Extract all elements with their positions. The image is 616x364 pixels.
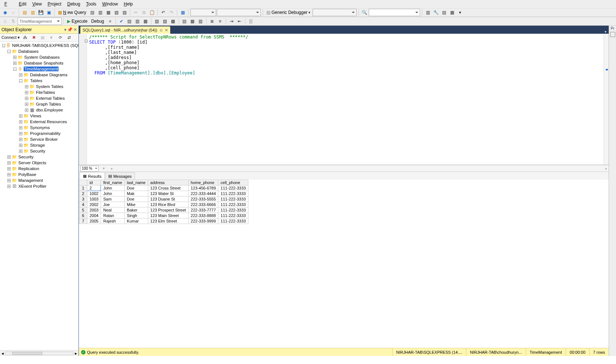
debug-button[interactable]: Debug <box>90 18 105 25</box>
tree-polybase[interactable]: +📁PolyBase <box>1 172 79 177</box>
tree-service-broker[interactable]: +📁Service Broker <box>1 136 79 142</box>
tree-external-tables[interactable]: +📁External Tables <box>1 95 79 101</box>
cell[interactable]: 2002 <box>87 202 101 207</box>
results-grid[interactable]: id first_name last_name address home_pho… <box>79 180 248 224</box>
sync-icon[interactable]: ⇄ <box>65 34 73 41</box>
row-number[interactable]: 4 <box>79 202 87 207</box>
estimated-plan-icon[interactable]: ▤ <box>126 18 133 25</box>
tree-programmability[interactable]: +📁Programmability <box>1 130 79 136</box>
cell[interactable]: John <box>101 185 124 191</box>
cell[interactable]: 123 Water St <box>148 191 188 196</box>
results-grid-pane[interactable]: id first_name last_name address home_pho… <box>79 180 609 348</box>
specify-values-icon[interactable]: ⌹ <box>247 18 255 25</box>
cell[interactable]: Kumar <box>124 218 148 224</box>
tree-replication[interactable]: +📁Replication <box>1 166 79 172</box>
include-live-icon[interactable]: ▩ <box>170 18 177 25</box>
new-query-button[interactable]: ▦ New Query <box>57 9 88 16</box>
comment-icon[interactable]: ≣ <box>208 18 216 25</box>
cell[interactable]: 222-333-9999 <box>188 218 218 224</box>
find-combo[interactable] <box>369 9 420 16</box>
tree-server-objects[interactable]: +📁Server Objects <box>1 160 79 166</box>
row-number[interactable]: 3 <box>79 196 87 202</box>
tree-server-node[interactable]: -🗄NIRJHAR-TAB\SQLEXPRESS (SQL Serve <box>1 43 79 48</box>
disconnect-icon[interactable]: ⁂ <box>21 34 29 41</box>
tab-sqlquery1[interactable]: SQLQuery1.sql - NIR...udhurynirjhar (54)… <box>80 26 170 34</box>
engine-query-icon[interactable]: ▤ <box>88 9 96 16</box>
row-number[interactable]: 1 <box>79 185 87 191</box>
menu-help[interactable]: Help <box>121 1 136 7</box>
results-text-icon[interactable]: ▤ <box>181 18 188 25</box>
cell[interactable]: 123 Elm Street <box>148 218 188 224</box>
col-home-phone[interactable]: home_phone <box>188 180 218 185</box>
tree-system-tables[interactable]: +📁System Tables <box>1 84 79 89</box>
uncomment-icon[interactable]: ≡ <box>216 18 224 25</box>
open-icon[interactable]: ▥ <box>29 9 36 16</box>
col-id[interactable]: id <box>87 180 101 185</box>
include-plan-icon[interactable]: ▧ <box>153 18 161 25</box>
refresh-icon[interactable]: ⟳ <box>57 34 64 41</box>
tree-storage[interactable]: +📁Storage <box>1 142 79 148</box>
cell[interactable]: 222-333-8888 <box>188 213 218 218</box>
row-number[interactable]: 6 <box>79 213 87 218</box>
cell[interactable]: 222-333-6666 <box>188 202 218 207</box>
template-icon[interactable]: ▦ <box>448 9 456 16</box>
activity-monitor-icon[interactable]: ▦ <box>179 9 186 16</box>
table-row[interactable]: 52003NealBaker123 Prospect Street222-333… <box>79 207 248 213</box>
menu-tools[interactable]: Tools <box>83 1 99 7</box>
cell[interactable]: Doe <box>124 185 148 191</box>
grid-corner[interactable] <box>79 180 87 185</box>
database-combo[interactable]: TimeManagement <box>18 18 62 25</box>
tree-security[interactable]: +📁Security <box>1 154 79 160</box>
cell[interactable]: 123 Prospect Street <box>148 207 188 213</box>
cell[interactable]: 111-222-3333 <box>218 207 248 213</box>
col-last-name[interactable]: last_name <box>124 180 148 185</box>
mdx-icon[interactable]: ▥ <box>96 9 104 16</box>
cell[interactable]: Mike <box>124 202 148 207</box>
cell[interactable]: Baker <box>124 207 148 213</box>
col-first-name[interactable]: first_name <box>101 180 124 185</box>
close-tab-icon[interactable]: ✕ <box>165 28 168 33</box>
tree-dbo-employee[interactable]: +▦dbo.Employee <box>1 107 79 113</box>
indent-icon[interactable]: ⇥ <box>228 18 235 25</box>
cell[interactable]: 111-222-3333 <box>218 196 248 202</box>
tree-synonyms[interactable]: +📁Synonyms <box>1 125 79 130</box>
cell[interactable]: 111-222-3333 <box>218 191 248 196</box>
cell[interactable]: 2005 <box>87 218 101 224</box>
results-grid-icon[interactable]: ▦ <box>189 18 196 25</box>
table-row[interactable]: 21002JohnMak123 Water St222-333-4444111-… <box>79 191 248 196</box>
tree-xevent[interactable]: +☒XEvent Profiler <box>1 183 79 189</box>
intellisense-icon[interactable]: ▦ <box>142 18 149 25</box>
cell[interactable]: 2003 <box>87 207 101 213</box>
cell[interactable]: Sam <box>101 196 124 202</box>
menu-debug[interactable]: Debug <box>64 1 83 7</box>
tree-database-snapshots[interactable]: +📁Database Snapshots <box>1 60 79 66</box>
tab-results[interactable]: ▦Results <box>80 172 105 180</box>
cell[interactable]: 222-333-7777 <box>188 207 218 213</box>
outdent-icon[interactable]: ⇤ <box>236 18 243 25</box>
cell[interactable]: 111-222-3333 <box>218 185 248 191</box>
cell[interactable]: 2 <box>87 185 101 191</box>
close-icon[interactable]: ✕ <box>73 27 77 32</box>
sql-editor[interactable]: - /****** Script for SelectTopNRows comm… <box>79 34 609 165</box>
cell[interactable]: John <box>101 191 124 196</box>
scroll-right-icon[interactable]: ▸ <box>75 351 77 356</box>
cell[interactable]: Neal <box>101 207 124 213</box>
menu-file[interactable]: F <box>1 1 16 7</box>
find-icon[interactable]: 🔍 <box>361 9 368 16</box>
table-row[interactable]: 62004RatanSingh123 Main Street222-333-88… <box>79 213 248 218</box>
save-all-icon[interactable]: ▣ <box>45 9 52 16</box>
col-address[interactable]: address <box>148 180 188 185</box>
cell[interactable]: 123 Rice Blvd <box>148 202 188 207</box>
cell[interactable]: Joe <box>101 202 124 207</box>
debugger-combo[interactable]: ▤ Generic Debugger ▾ <box>265 9 312 16</box>
results-file-icon[interactable]: ▥ <box>197 18 204 25</box>
debug-target-combo[interactable] <box>313 9 357 16</box>
object-explorer-icon[interactable]: ▤ <box>440 9 448 16</box>
tree-tables[interactable]: -📁Tables <box>1 78 79 84</box>
cell[interactable]: 1003 <box>87 196 101 202</box>
right-mini-icon[interactable] <box>610 32 615 37</box>
table-row[interactable]: 31003SamDoe123 Duane St222-333-5555111-2… <box>79 196 248 202</box>
cell[interactable]: Doe <box>124 196 148 202</box>
tab-messages[interactable]: ▤Messages <box>105 172 135 180</box>
object-explorer-tree[interactable]: -🗄NIRJHAR-TAB\SQLEXPRESS (SQL Serve -📁Da… <box>0 42 79 350</box>
